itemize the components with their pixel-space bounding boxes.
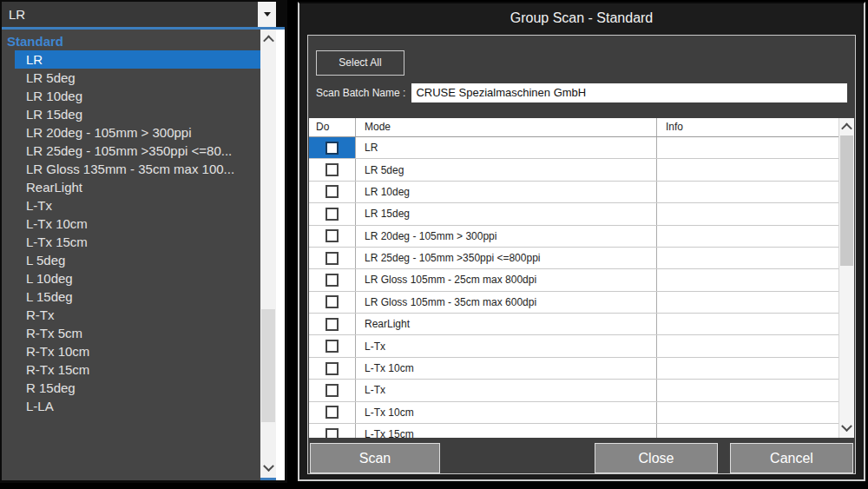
info-cell [657, 182, 838, 202]
mode-combobox[interactable]: LR [2, 2, 276, 27]
mode-cell[interactable]: LR [356, 137, 657, 158]
do-checkbox[interactable] [326, 274, 339, 287]
combobox-value: LR [2, 2, 258, 27]
do-checkbox[interactable] [326, 362, 339, 375]
chevron-down-icon [841, 420, 852, 432]
mode-cell[interactable]: L-Tx [356, 335, 657, 356]
do-cell[interactable] [309, 226, 356, 247]
do-checkbox[interactable] [326, 163, 339, 176]
combobox-dropdown-button[interactable] [258, 2, 276, 27]
mode-list-item[interactable]: R-Tx 10cm [2, 342, 260, 360]
mode-cell[interactable]: LR 10deg [356, 182, 657, 202]
info-cell [657, 402, 838, 423]
mode-list-item[interactable]: LR 25deg - 105mm >350ppi <=80... [2, 142, 260, 160]
mode-list-item[interactable]: LR 20deg - 105mm > 300ppi [2, 123, 260, 142]
table-row: L-Tx 15cm [309, 424, 838, 438]
mode-list-item[interactable]: R-Tx 15cm [2, 360, 260, 379]
scroll-down-button[interactable] [260, 461, 276, 475]
mode-list-item[interactable]: L 5deg [2, 251, 260, 269]
mode-cell[interactable]: L-Tx [356, 380, 657, 400]
mode-dropdown-popup: StandardLRLR 5degLR 10degLR 15degLR 20de… [2, 27, 285, 480]
scan-button[interactable]: Scan [310, 443, 440, 473]
mode-list-item[interactable]: R-Tx 5cm [2, 324, 260, 342]
do-checkbox[interactable] [326, 295, 339, 308]
do-checkbox[interactable] [326, 185, 339, 198]
do-checkbox[interactable] [326, 340, 339, 353]
select-all-button[interactable]: Select All [316, 50, 404, 76]
do-cell[interactable] [309, 248, 356, 268]
do-checkbox[interactable] [326, 229, 339, 242]
mode-cell[interactable]: LR 20deg - 105mm > 300ppi [356, 226, 657, 247]
mode-list-item[interactable]: LR Gloss 135mm - 35cm max 100... [2, 160, 260, 178]
scan-batch-name-row: Scan Batch Name : [316, 83, 847, 102]
mode-cell[interactable]: RearLight [356, 314, 657, 334]
mode-list-item[interactable]: L-Tx 10cm [2, 215, 260, 233]
do-checkbox[interactable] [326, 406, 339, 419]
chevron-down-icon [263, 460, 274, 472]
do-checkbox[interactable] [326, 384, 339, 397]
scroll-up-button[interactable] [260, 32, 276, 46]
scan-batch-name-input[interactable] [411, 83, 847, 102]
do-checkbox[interactable] [326, 142, 339, 155]
do-checkbox[interactable] [326, 428, 339, 438]
do-cell[interactable] [309, 292, 356, 313]
mode-cell[interactable]: LR 5deg [356, 159, 657, 180]
chevron-up-icon [263, 35, 274, 46]
info-cell [657, 292, 838, 313]
table-row: L-Tx 10cm [309, 358, 838, 380]
table-row: LR 15deg [309, 203, 838, 225]
mode-cell[interactable]: L-Tx 10cm [356, 402, 657, 423]
mode-list-item[interactable]: LR 10deg [2, 87, 260, 105]
mode-list-item[interactable]: L-LA [2, 397, 260, 415]
do-cell[interactable] [309, 358, 356, 379]
mode-cell[interactable]: LR Gloss 105mm - 25cm max 800dpi [356, 269, 657, 290]
mode-cell[interactable]: LR 15deg [356, 203, 657, 224]
do-cell[interactable] [309, 424, 356, 438]
table-scroll-down-button[interactable] [839, 421, 854, 435]
chevron-down-icon [264, 12, 271, 17]
mode-cell[interactable]: LR 25deg - 105mm >350ppi <=800ppi [356, 248, 657, 268]
do-cell[interactable] [309, 159, 356, 180]
column-header-do: Do [309, 118, 356, 136]
cancel-button[interactable]: Cancel [730, 443, 853, 473]
info-cell [657, 159, 838, 180]
close-button[interactable]: Close [595, 443, 718, 473]
dropdown-scrollbar[interactable] [260, 30, 276, 480]
mode-list-item[interactable]: RearLight [2, 178, 260, 196]
do-cell[interactable] [309, 269, 356, 290]
mode-list-item[interactable]: L-Tx 15cm [2, 233, 260, 251]
do-cell[interactable] [309, 402, 356, 423]
column-header-mode: Mode [356, 118, 657, 136]
do-cell[interactable] [309, 182, 356, 202]
info-cell [657, 248, 838, 268]
table-row: RearLight [309, 314, 838, 335]
info-cell [657, 226, 838, 247]
mode-list-item[interactable]: R 15deg [2, 379, 260, 397]
mode-cell[interactable]: L-Tx 10cm [356, 358, 657, 379]
do-checkbox[interactable] [326, 208, 339, 221]
chevron-up-icon [841, 123, 852, 135]
mode-list-item[interactable]: R-Tx [2, 306, 260, 324]
do-checkbox[interactable] [326, 252, 339, 265]
do-checkbox[interactable] [326, 318, 339, 331]
do-cell[interactable] [309, 380, 356, 400]
mode-cell[interactable]: L-Tx 15cm [356, 424, 657, 438]
mode-list-item[interactable]: LR 15deg [2, 105, 260, 123]
do-cell[interactable] [309, 137, 356, 158]
dropdown-scrollbar-thumb[interactable] [261, 309, 275, 422]
do-cell[interactable] [309, 335, 356, 356]
mode-list-item[interactable]: LR [15, 50, 260, 69]
do-cell[interactable] [309, 203, 356, 224]
mode-list-item[interactable]: L-Tx [2, 196, 260, 215]
info-cell [657, 358, 838, 379]
table-scrollbar-thumb[interactable] [840, 135, 853, 266]
dialog-button-row: Scan Close Cancel [310, 443, 853, 473]
scan-batch-name-label: Scan Batch Name : [316, 87, 405, 99]
mode-list-item[interactable]: LR 5deg [2, 69, 260, 87]
table-scroll-up-button[interactable] [839, 121, 854, 135]
mode-list-item[interactable]: L 10deg [2, 269, 260, 287]
table-scrollbar[interactable] [838, 118, 854, 438]
mode-list-item[interactable]: L 15deg [2, 287, 260, 306]
do-cell[interactable] [309, 314, 356, 334]
mode-cell[interactable]: LR Gloss 105mm - 35cm max 600dpi [356, 292, 657, 313]
